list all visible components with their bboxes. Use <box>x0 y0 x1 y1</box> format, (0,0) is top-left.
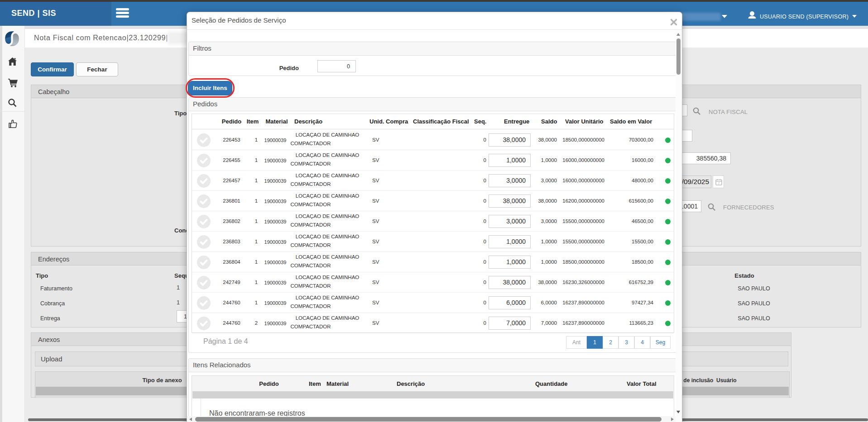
svg-text:7: 7 <box>718 182 720 185</box>
